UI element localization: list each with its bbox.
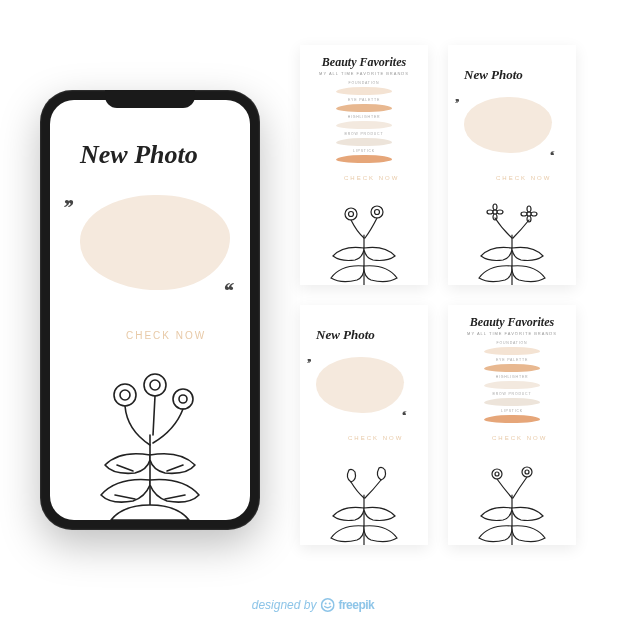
favorite-label: FOUNDATION xyxy=(349,81,380,85)
close-quote-icon: ,, xyxy=(552,153,555,161)
attribution-brand: freepik xyxy=(338,598,374,612)
floral-illustration xyxy=(300,460,428,545)
attribution: designed by freepik xyxy=(252,598,375,612)
card-subtitle: MY ALL TIME FAVORITE BRANDS xyxy=(319,71,409,76)
floral-illustration xyxy=(300,200,428,285)
svg-point-23 xyxy=(525,470,529,474)
svg-point-3 xyxy=(150,380,160,390)
favorite-label: EYE PALETTE xyxy=(496,358,528,362)
svg-point-1 xyxy=(120,390,130,400)
svg-point-7 xyxy=(349,212,354,217)
floral-illustration xyxy=(448,460,576,545)
floral-illustration xyxy=(50,365,250,520)
svg-point-19 xyxy=(521,212,527,216)
card-title: New Photo xyxy=(316,327,375,343)
open-quote-icon: ,, xyxy=(64,188,72,202)
template-card-beauty-favorites[interactable]: Beauty Favorites MY ALL TIME FAVORITE BR… xyxy=(448,305,576,545)
favorite-label: HIGHLIGHTER xyxy=(348,115,381,119)
swatch-lipstick xyxy=(484,415,540,423)
card-title: Beauty Favorites xyxy=(470,315,554,330)
swatch-highlighter xyxy=(484,381,540,389)
open-quote-icon: ,, xyxy=(455,93,458,101)
phone-mockup: New Photo ,, ,, CHECK NOW xyxy=(40,90,260,530)
template-card-new-photo[interactable]: New Photo ,, ,, CHECK NOW xyxy=(448,45,576,285)
svg-point-12 xyxy=(497,210,503,214)
check-now-link[interactable]: CHECK NOW xyxy=(492,435,547,441)
svg-point-21 xyxy=(495,472,499,476)
favorite-label: FOUNDATION xyxy=(497,341,528,345)
photo-placeholder-blob xyxy=(80,195,230,290)
svg-point-25 xyxy=(324,603,326,605)
favorite-label: LIPSTICK xyxy=(501,409,523,413)
svg-point-9 xyxy=(375,210,380,215)
svg-point-14 xyxy=(487,210,493,214)
photo-placeholder-blob xyxy=(464,97,552,153)
check-now-link[interactable]: CHECK NOW xyxy=(348,435,403,441)
freepik-logo-icon xyxy=(320,598,334,612)
favorite-label: BROW PRODUCT xyxy=(345,132,384,136)
card-subtitle: MY ALL TIME FAVORITE BRANDS xyxy=(467,331,557,336)
attribution-prefix: designed by xyxy=(252,598,317,612)
svg-point-26 xyxy=(328,603,330,605)
swatch-foundation xyxy=(484,347,540,355)
close-quote-icon: ,, xyxy=(404,413,407,421)
story-title: New Photo xyxy=(80,140,198,170)
swatch-highlighter xyxy=(336,121,392,129)
svg-point-17 xyxy=(531,212,537,216)
svg-point-11 xyxy=(493,204,497,210)
favorite-label: LIPSTICK xyxy=(353,149,375,153)
favorite-label: EYE PALETTE xyxy=(348,98,380,102)
svg-point-16 xyxy=(527,206,531,212)
card-title: Beauty Favorites xyxy=(322,55,406,70)
floral-illustration xyxy=(448,200,576,285)
template-cards-grid: Beauty Favorites MY ALL TIME FAVORITE BR… xyxy=(300,45,576,545)
favorite-label: HIGHLIGHTER xyxy=(496,375,529,379)
swatch-eye-palette xyxy=(336,104,392,112)
photo-placeholder-blob xyxy=(316,357,404,413)
card-title: New Photo xyxy=(464,67,523,83)
check-now-link[interactable]: CHECK NOW xyxy=(496,175,551,181)
phone-screen: New Photo ,, ,, CHECK NOW xyxy=(50,100,250,520)
open-quote-icon: ,, xyxy=(307,353,310,361)
svg-point-24 xyxy=(321,599,333,611)
svg-point-5 xyxy=(179,395,187,403)
swatch-brow xyxy=(484,398,540,406)
favorites-list: FOUNDATION EYE PALETTE HIGHLIGHTER BROW … xyxy=(336,81,392,164)
check-now-link[interactable]: CHECK NOW xyxy=(126,330,206,341)
swatch-eye-palette xyxy=(484,364,540,372)
swatch-brow xyxy=(336,138,392,146)
swatch-lipstick xyxy=(336,155,392,163)
template-card-beauty-favorites[interactable]: Beauty Favorites MY ALL TIME FAVORITE BR… xyxy=(300,45,428,285)
template-card-new-photo[interactable]: New Photo ,, ,, CHECK NOW xyxy=(300,305,428,545)
favorite-label: BROW PRODUCT xyxy=(493,392,532,396)
favorites-list: FOUNDATION EYE PALETTE HIGHLIGHTER BROW … xyxy=(484,341,540,424)
swatch-foundation xyxy=(336,87,392,95)
close-quote-icon: ,, xyxy=(226,288,234,302)
check-now-link[interactable]: CHECK NOW xyxy=(344,175,399,181)
